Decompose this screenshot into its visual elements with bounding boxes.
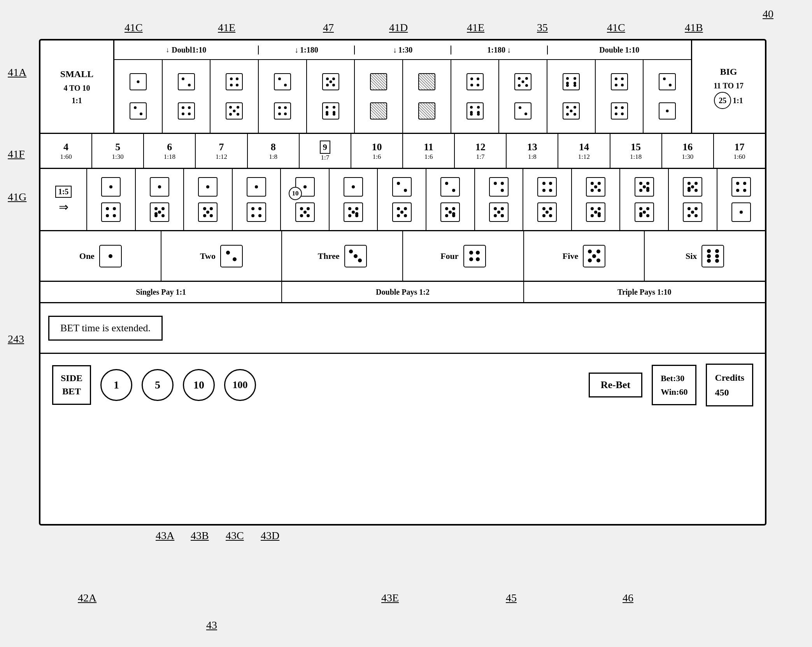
- num-10[interactable]: 10 1:6: [351, 134, 403, 168]
- dice-col-center-2[interactable]: [403, 60, 451, 133]
- re-bet-box[interactable]: Re-Bet: [589, 373, 643, 397]
- singles-pair-14[interactable]: [717, 169, 765, 230]
- double-right-label: Double 1:10: [548, 46, 691, 55]
- singles-pair-13[interactable]: [669, 169, 717, 230]
- credits-value: 450: [715, 385, 744, 400]
- singles-pair-2[interactable]: [136, 169, 184, 230]
- num-5[interactable]: 5 1:30: [92, 134, 144, 168]
- big-title: BIG: [720, 64, 737, 79]
- dice-col-10[interactable]: [644, 60, 691, 133]
- num-11[interactable]: 11 1:6: [403, 134, 455, 168]
- ref-41D: 41D: [389, 21, 408, 34]
- ref-41F: 41F: [8, 148, 25, 160]
- dice-col-center-1[interactable]: [355, 60, 403, 133]
- cell-six[interactable]: Six: [645, 231, 765, 281]
- ref-43E: 43E: [381, 592, 399, 604]
- ratio-180-left: ↓ 1:180: [259, 46, 355, 55]
- middle-top: ↓ Doubl1:10 ↓ 1:180 ↓ 1:30 1:180 ↓: [114, 40, 691, 133]
- cell-one[interactable]: One: [40, 231, 161, 281]
- ref-41C-right: 41C: [607, 21, 625, 34]
- dice-col-9[interactable]: [596, 60, 644, 133]
- double-left-label: ↓ Doubl1:10: [114, 46, 259, 55]
- bet-message-box: BET time is extended.: [48, 316, 163, 341]
- cell-five[interactable]: Five: [524, 231, 645, 281]
- ref-41A: 41A: [8, 66, 26, 79]
- coin-10[interactable]: 10: [183, 369, 215, 401]
- dice-col-3[interactable]: [210, 60, 259, 133]
- ref-43C: 43C: [226, 529, 244, 542]
- ref-41E-right: 41E: [467, 21, 484, 34]
- dice-col-6[interactable]: [451, 60, 500, 133]
- cell-four[interactable]: Four: [403, 231, 524, 281]
- num-7[interactable]: 7 1:12: [196, 134, 247, 168]
- dice-col-2[interactable]: [163, 60, 211, 133]
- coin-1[interactable]: 1: [100, 369, 132, 401]
- num-14[interactable]: 14 1:12: [558, 134, 610, 168]
- num-4[interactable]: 4 1:60: [40, 134, 92, 168]
- bet-message-text: BET time is extended.: [60, 322, 151, 334]
- triple-pay[interactable]: Triple Pays 1:10: [524, 282, 765, 302]
- dice-col-1[interactable]: [114, 60, 163, 133]
- singles-pair-12[interactable]: [620, 169, 669, 230]
- singles-pair-11[interactable]: [572, 169, 621, 230]
- side-bet-box[interactable]: SIDE BET: [52, 365, 91, 404]
- top-section: SMALL 4 TO 10 1:1 ↓ Doubl1:10 ↓ 1:180: [40, 40, 765, 134]
- singles-pair-10[interactable]: [523, 169, 572, 230]
- ratio-180-right: 1:180 ↓: [451, 46, 548, 55]
- coin-5[interactable]: 5: [142, 369, 174, 401]
- singles-pair-6[interactable]: [330, 169, 378, 230]
- singles-pair-8[interactable]: [426, 169, 475, 230]
- ref-41B: 41B: [685, 21, 703, 34]
- ratio-30: ↓ 1:30: [355, 46, 451, 55]
- double-pay[interactable]: Double Pays 1:2: [282, 282, 524, 302]
- label-three: Three: [318, 251, 340, 261]
- singles-pair-9[interactable]: [475, 169, 524, 230]
- ref-43: 43: [206, 619, 217, 631]
- big-section[interactable]: BIG 11 TO 17 25 1:1: [691, 40, 765, 133]
- pay-info-row: Singles Pay 1:1 Double Pays 1:2 Triple P…: [40, 282, 765, 303]
- small-title: SMALL: [60, 67, 93, 81]
- singles-pair-4[interactable]: [233, 169, 281, 230]
- bet-message-area: BET time is extended.: [40, 303, 765, 354]
- small-range: 4 TO 10: [63, 82, 90, 94]
- ref-35: 35: [537, 21, 548, 34]
- num-12[interactable]: 12 1:7: [455, 134, 507, 168]
- singles-pay[interactable]: Singles Pay 1:1: [40, 282, 282, 302]
- dice-col-7[interactable]: [499, 60, 547, 133]
- small-section[interactable]: SMALL 4 TO 10 1:1: [40, 40, 114, 133]
- singles-row: 1:5 ⇒: [40, 169, 765, 231]
- singles-pair-1[interactable]: [87, 169, 136, 230]
- dice-col-4[interactable]: [259, 60, 307, 133]
- coin-100[interactable]: 100: [224, 369, 256, 401]
- dice-col-5[interactable]: [307, 60, 355, 133]
- ref-43B: 43B: [191, 529, 209, 542]
- label-five: Five: [563, 251, 578, 261]
- num-6[interactable]: 6 1:18: [144, 134, 196, 168]
- ref-43D: 43D: [261, 529, 279, 542]
- singles-pair-3[interactable]: [184, 169, 233, 230]
- ref-41E-left: 41E: [218, 21, 235, 34]
- ref-42A: 42A: [78, 592, 96, 604]
- num-15[interactable]: 15 1:18: [610, 134, 662, 168]
- num-16[interactable]: 16 1:30: [662, 134, 714, 168]
- ref-41C-left: 41C: [125, 21, 143, 34]
- singles-pair-5[interactable]: 10: [281, 169, 330, 230]
- num-17[interactable]: 17 1:60: [714, 134, 765, 168]
- ref-40: 40: [763, 8, 773, 20]
- num-8[interactable]: 8 1:8: [248, 134, 300, 168]
- big-range: 11 TO 17: [714, 79, 744, 92]
- num-9[interactable]: 9 1:7: [300, 134, 351, 168]
- dice-area: [114, 60, 691, 133]
- singles-odds-cell[interactable]: 1:5 ⇒: [40, 169, 87, 230]
- label-one: One: [79, 251, 95, 261]
- cell-two[interactable]: Two: [161, 231, 282, 281]
- dice-col-8[interactable]: [547, 60, 596, 133]
- label-four: Four: [440, 251, 458, 261]
- credits-box: Credits 450: [706, 364, 753, 407]
- num-13[interactable]: 13 1:8: [507, 134, 558, 168]
- singles-pair-7[interactable]: [378, 169, 426, 230]
- ref-46: 46: [623, 592, 633, 604]
- ref-43A: 43A: [156, 529, 174, 542]
- cell-three[interactable]: Three: [282, 231, 403, 281]
- onetosix-row: One Two Three Four: [40, 231, 765, 282]
